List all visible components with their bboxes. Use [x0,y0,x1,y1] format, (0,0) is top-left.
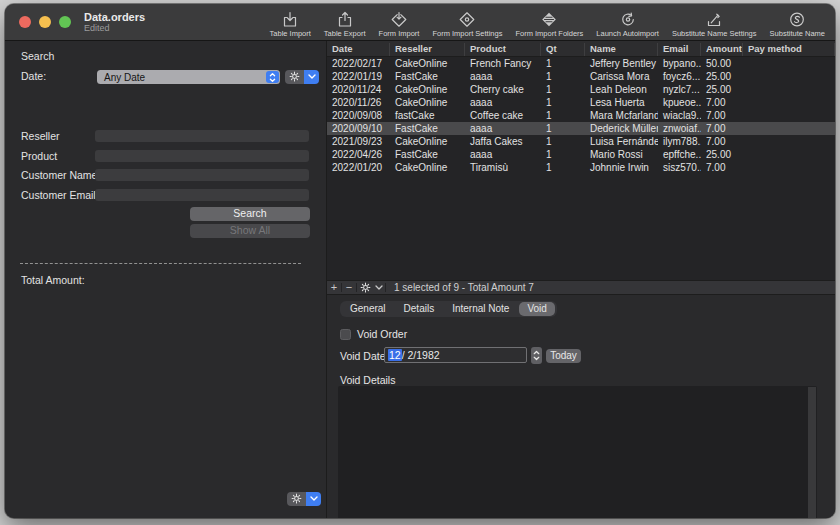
table-row[interactable]: 2020/11/24CakeOnlineCherry cake1Leah Del… [327,83,835,96]
table-row[interactable]: 2020/09/10FastCakeaaaa1Dederick Müllerzn… [327,122,835,135]
table-header: DateResellerProductQtNameEmailAmountPay … [327,41,835,57]
customer-email-row: Customer Email [5,189,326,201]
column-header-email[interactable]: Email [658,43,701,56]
table-export-button[interactable]: Table Export [324,11,366,38]
close-window-button[interactable] [19,16,31,28]
table-row[interactable]: 2021/09/23CakeOnlineJaffa Cakes1Luisa Fe… [327,135,835,148]
cell-amount: 7.00 [701,136,743,147]
toolbar: Table ImportTable ExportForm ImportForm … [270,4,825,40]
void-date-rest[interactable]: / 2/1982 [402,349,440,361]
cell-email: nyzlc7... [658,84,701,95]
cell-name: Jeffery Bentley [585,58,658,69]
column-header-product[interactable]: Product [465,43,541,56]
cell-qt: 1 [541,71,585,82]
cell-reseller: CakeOnline [390,58,465,69]
tab-general[interactable]: General [342,302,394,316]
cell-date: 2020/09/10 [327,123,390,134]
date-filter-popup[interactable]: Any Date [97,70,280,84]
cell-name: Lesa Huerta [585,97,658,108]
form-import-folders-icon [539,11,559,29]
reseller-input[interactable] [95,130,309,142]
cell-amount: 7.00 [701,97,743,108]
chevron-down-icon[interactable] [306,492,321,506]
launch-autoimport-button[interactable]: Launch Autoimport [596,11,659,38]
cell-product: aaaa [465,123,541,134]
gear-icon[interactable] [287,492,306,506]
toolbar-item-label: Table Export [324,29,366,38]
gear-icon[interactable] [285,70,304,84]
void-date-stepper[interactable] [531,347,542,364]
orders-table: 2022/02/17CakeOnlineFrench Fancy1Jeffery… [327,57,835,280]
form-import-button[interactable]: Form Import [379,11,420,38]
column-header-reseller[interactable]: Reseller [390,43,465,56]
void-order-label: Void Order [357,328,407,340]
toolbar-item-label: Substitute Name [770,29,825,38]
form-import-settings-button[interactable]: Form Import Settings [432,11,502,38]
table-row[interactable]: 2020/09/08fastCakeCoffee cake1Mara Mcfar… [327,109,835,122]
title-block: Data.orders Edited [84,4,145,40]
cell-amount: 7.00 [701,110,743,121]
cell-email: foycz6... [658,71,701,82]
chevron-down-icon[interactable] [304,70,319,84]
cell-name: Mara Mcfarland [585,110,658,121]
textarea-scrollbar[interactable] [808,387,816,518]
add-record-button[interactable]: + [327,281,341,294]
column-header-pay-method[interactable]: Pay method [743,43,835,56]
total-amount-label: Total Amount: [21,274,85,286]
void-date-selected-segment[interactable]: 12 [388,349,402,361]
minimize-window-button[interactable] [39,16,51,28]
separator-dashed [20,263,301,264]
substitute-name-icon [787,11,807,29]
cell-qt: 1 [541,123,585,134]
table-row[interactable]: 2022/01/19FastCakeaaaa1Carissa Morafoycz… [327,70,835,83]
product-label: Product [21,150,57,162]
table-row[interactable]: 2020/11/26CakeOnlineaaaa1Lesa Huertakpue… [327,96,835,109]
cell-name: Leah Deleon [585,84,658,95]
search-button[interactable]: Search [190,207,310,221]
tab-details[interactable]: Details [396,302,443,316]
void-details-textarea[interactable] [338,386,817,518]
void-order-checkbox[interactable] [340,329,351,340]
customer-name-input[interactable] [95,169,309,181]
cell-product: Tiramisù [465,162,541,173]
cell-qt: 1 [541,136,585,147]
substitute-name-button[interactable]: Substitute Name [770,11,825,38]
toolbar-item-label: Launch Autoimport [596,29,659,38]
toolbar-item-label: Form Import Folders [515,29,583,38]
panel-options-segmented-button [287,492,321,506]
cell-product: Cherry cake [465,84,541,95]
customer-email-input[interactable] [95,189,309,201]
substitute-name-settings-button[interactable]: Substitute Name Settings [672,11,757,38]
product-input[interactable] [95,150,309,162]
search-fields: ResellerProductCustomer NameCustomer Ema… [5,130,326,201]
column-header-qt[interactable]: Qt [541,43,585,56]
customer-name-label: Customer Name [21,169,97,181]
popup-updown-icon [266,71,279,83]
table-import-button[interactable]: Table Import [270,11,311,38]
gear-icon[interactable] [357,282,373,293]
cell-email: bypano... [658,58,701,69]
orders-panel: DateResellerProductQtNameEmailAmountPay … [327,41,835,518]
zoom-window-button[interactable] [59,16,71,28]
cell-amount: 25.00 [701,71,743,82]
table-row[interactable]: 2022/02/17CakeOnlineFrench Fancy1Jeffery… [327,57,835,70]
cell-amount: 7.00 [701,162,743,173]
chevron-down-icon[interactable] [373,285,385,290]
column-header-amount[interactable]: Amount [701,43,743,56]
cell-email: kpueoe... [658,97,701,108]
today-button[interactable]: Today [546,349,581,363]
void-date-field[interactable]: 12 / 2/1982 [384,347,527,363]
column-header-name[interactable]: Name [585,43,658,56]
remove-record-button[interactable]: − [342,281,356,294]
app-window: Data.orders Edited Table ImportTable Exp… [5,4,835,518]
search-section-label: Search [21,50,54,62]
table-row[interactable]: 2022/04/26FastCakeaaaa1Mario Rossiepffch… [327,148,835,161]
column-header-date[interactable]: Date [327,43,390,56]
tab-void[interactable]: Void [519,302,554,316]
form-import-folders-button[interactable]: Form Import Folders [515,11,583,38]
table-row[interactable]: 2022/01/20CakeOnlineTiramisù1Johnnie Irw… [327,161,835,174]
window-edited-badge: Edited [84,23,145,34]
tab-internal-note[interactable]: Internal Note [444,302,517,316]
cell-qt: 1 [541,58,585,69]
cell-reseller: FastCake [390,123,465,134]
